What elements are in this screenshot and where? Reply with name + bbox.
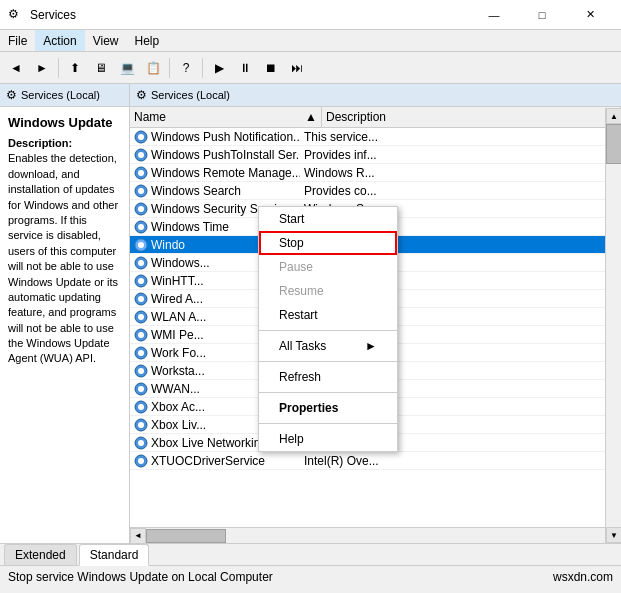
context-menu-resume: Resume — [259, 279, 397, 303]
svg-point-23 — [138, 332, 144, 338]
col-desc-label: Description — [326, 110, 386, 124]
cell-name: Windows Push Notification... — [130, 129, 300, 145]
service-icon — [134, 310, 148, 324]
cell-desc: This service... — [300, 129, 621, 145]
scroll-track[interactable] — [146, 528, 605, 543]
toolbar-up[interactable]: ⬆ — [63, 56, 87, 80]
toolbar-back[interactable]: ◄ — [4, 56, 28, 80]
service-icon — [134, 184, 148, 198]
scroll-thumb-v[interactable] — [606, 124, 621, 164]
svg-point-19 — [138, 296, 144, 302]
desc-label: Description: — [8, 136, 121, 151]
context-menu-refresh[interactable]: Refresh — [259, 365, 397, 389]
toolbar-show-hide[interactable]: 🖥 — [89, 56, 113, 80]
table-row[interactable]: Windows Search Provides co... — [130, 182, 621, 200]
status-message: Stop service Windows Update on Local Com… — [8, 570, 273, 584]
left-panel-icon: ⚙ — [6, 88, 17, 102]
cell-desc: Provides inf... — [300, 147, 621, 163]
context-menu-sep-3 — [259, 392, 397, 393]
table-header: Name ▲ Description — [130, 107, 621, 128]
toolbar-sep-2 — [169, 58, 170, 78]
close-button[interactable]: ✕ — [567, 0, 613, 30]
title-bar-controls: — □ ✕ — [471, 0, 613, 30]
toolbar-restart[interactable]: ⏭ — [285, 56, 309, 80]
svg-point-17 — [138, 278, 144, 284]
minimize-button[interactable]: — — [471, 0, 517, 30]
toolbar-sep-1 — [58, 58, 59, 78]
toolbar-map[interactable]: 💻 — [115, 56, 139, 80]
vertical-scrollbar[interactable]: ▲ ▼ — [605, 108, 621, 543]
menu-help[interactable]: Help — [127, 30, 168, 51]
svg-point-31 — [138, 404, 144, 410]
context-menu-properties[interactable]: Properties — [259, 396, 397, 420]
cell-desc: Provides co... — [300, 183, 621, 199]
context-menu-sep-1 — [259, 330, 397, 331]
services-info: Windows Update Description: Enables the … — [0, 107, 129, 375]
app-icon: ⚙ — [8, 7, 24, 23]
context-menu-sep-4 — [259, 423, 397, 424]
tab-standard[interactable]: Standard — [79, 544, 150, 566]
svg-point-15 — [138, 260, 144, 266]
col-desc-header[interactable]: Description — [322, 107, 621, 127]
service-icon — [134, 364, 148, 378]
context-menu-restart[interactable]: Restart — [259, 303, 397, 327]
tab-extended[interactable]: Extended — [4, 544, 77, 565]
service-icon — [134, 238, 148, 252]
svg-point-7 — [138, 188, 144, 194]
title-bar: ⚙ Services — □ ✕ — [0, 0, 621, 30]
menu-bar: File Action View Help — [0, 30, 621, 52]
menu-view[interactable]: View — [85, 30, 127, 51]
svg-point-5 — [138, 170, 144, 176]
context-menu-start[interactable]: Start — [259, 207, 397, 231]
status-bar: Stop service Windows Update on Local Com… — [0, 565, 621, 587]
service-icon — [134, 328, 148, 342]
scroll-up-btn[interactable]: ▲ — [606, 108, 621, 124]
service-icon — [134, 346, 148, 360]
table-row[interactable]: Windows PushToInstall Ser... Provides in… — [130, 146, 621, 164]
main-container: ⚙ Services (Local) Windows Update Descri… — [0, 84, 621, 543]
svg-point-3 — [138, 152, 144, 158]
service-name-title: Windows Update — [8, 115, 121, 130]
svg-point-35 — [138, 440, 144, 446]
context-menu-all-tasks[interactable]: All Tasks ► — [259, 334, 397, 358]
service-icon — [134, 148, 148, 162]
toolbar-help[interactable]: ? — [174, 56, 198, 80]
table-row[interactable]: XTUOCDriverService Intel(R) Ove... — [130, 452, 621, 470]
toolbar-pause[interactable]: ⏸ — [233, 56, 257, 80]
svg-point-9 — [138, 206, 144, 212]
menu-file[interactable]: File — [0, 30, 35, 51]
cell-desc: Windows R... — [300, 165, 621, 181]
toolbar-play[interactable]: ▶ — [207, 56, 231, 80]
table-row[interactable]: Windows Remote Manage... Windows R... — [130, 164, 621, 182]
svg-point-21 — [138, 314, 144, 320]
table-row[interactable]: Windows Push Notification... This servic… — [130, 128, 621, 146]
cell-name: Windows Search — [130, 183, 300, 199]
service-icon — [134, 454, 148, 468]
svg-point-11 — [138, 224, 144, 230]
title-bar-left: ⚙ Services — [8, 7, 76, 23]
service-icon — [134, 256, 148, 270]
toolbar-forward[interactable]: ► — [30, 56, 54, 80]
toolbar-props[interactable]: 📋 — [141, 56, 165, 80]
svg-point-29 — [138, 386, 144, 392]
service-icon — [134, 292, 148, 306]
service-icon — [134, 166, 148, 180]
scroll-down-btn[interactable]: ▼ — [606, 527, 621, 543]
service-icon — [134, 130, 148, 144]
status-watermark: wsxdn.com — [553, 570, 613, 584]
svg-point-13 — [138, 242, 144, 248]
cell-name: XTUOCDriverService — [130, 453, 300, 469]
menu-action[interactable]: Action — [35, 30, 84, 51]
context-menu-help[interactable]: Help — [259, 427, 397, 451]
scroll-left-btn[interactable]: ◄ — [130, 528, 146, 544]
context-menu-stop[interactable]: Stop — [259, 231, 397, 255]
tabs-bar: Extended Standard — [0, 543, 621, 565]
right-panel: ⚙ Services (Local) Name ▲ Description — [130, 84, 621, 543]
scroll-thumb[interactable] — [146, 529, 226, 543]
col-name-header[interactable]: Name ▲ — [130, 107, 322, 127]
toolbar-stop[interactable]: ⏹ — [259, 56, 283, 80]
horizontal-scrollbar[interactable]: ◄ ► — [130, 527, 621, 543]
maximize-button[interactable]: □ — [519, 0, 565, 30]
svg-point-37 — [138, 458, 144, 464]
toolbar: ◄ ► ⬆ 🖥 💻 📋 ? ▶ ⏸ ⏹ ⏭ — [0, 52, 621, 84]
